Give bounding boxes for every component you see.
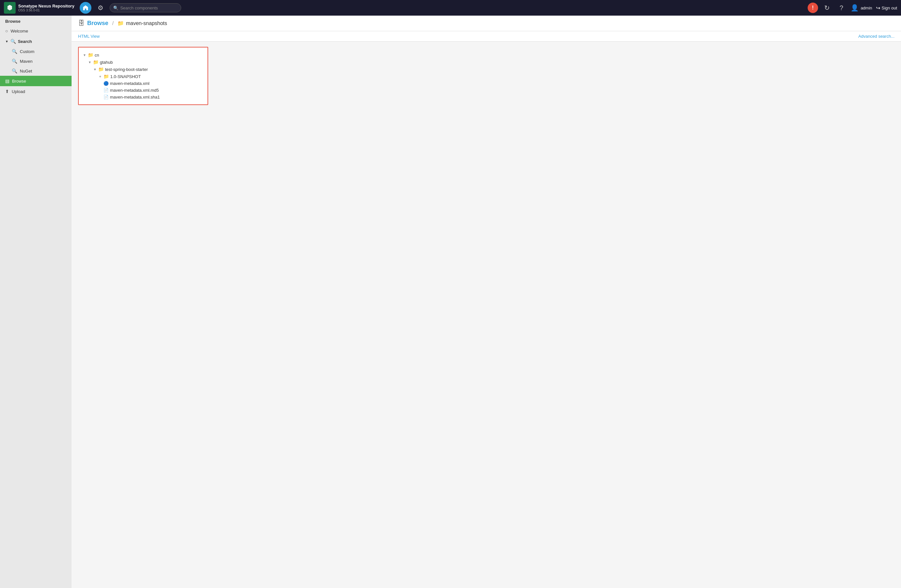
search-placeholder: Search components xyxy=(120,6,158,10)
node-label-maven-xml: maven-metadata.xml xyxy=(110,81,149,86)
node-label-maven-md5: maven-metadata.xml.md5 xyxy=(110,88,159,93)
browse-icon: ▤ xyxy=(5,78,9,84)
sidebar-item-maven[interactable]: 🔍 Maven xyxy=(0,56,72,66)
toggle-gtahub[interactable]: ▼ xyxy=(88,61,92,64)
signout-icon: ↪ xyxy=(876,5,880,11)
brand: Sonatype Nexus Repository OSS 3.56.0-01 xyxy=(4,2,75,14)
brand-version: OSS 3.56.0-01 xyxy=(18,8,75,12)
sidebar-item-browse[interactable]: ▤ Browse xyxy=(0,76,72,86)
help-icon-button[interactable]: ? xyxy=(836,3,847,13)
xml-file-icon: 🔵 xyxy=(103,81,109,86)
breadcrumb-current: 📁 maven-snapshots xyxy=(117,20,167,27)
breadcrumb-separator: / xyxy=(112,20,114,27)
maven-search-icon: 🔍 xyxy=(12,59,17,64)
home-icon-button[interactable] xyxy=(80,2,91,14)
toggle-snapshot[interactable]: + xyxy=(98,75,102,78)
nuget-search-icon: 🔍 xyxy=(12,68,17,73)
sidebar-item-custom[interactable]: 🔍 Custom xyxy=(0,47,72,56)
main-content: 🗄 Browse / 📁 maven-snapshots HTML View A… xyxy=(72,16,901,588)
user-icon: 👤 xyxy=(851,4,859,12)
brand-text: Sonatype Nexus Repository OSS 3.56.0-01 xyxy=(18,3,75,12)
sidebar-item-welcome[interactable]: ○ Welcome xyxy=(0,26,72,36)
sidebar-custom-label: Custom xyxy=(20,49,34,54)
node-label-cn: cn xyxy=(95,53,99,58)
signout-label: Sign out xyxy=(881,6,897,10)
sidebar-browse-label: Browse xyxy=(12,79,26,84)
breadcrumb-page: maven-snapshots xyxy=(126,20,167,27)
navbar: Sonatype Nexus Repository OSS 3.56.0-01 … xyxy=(0,0,901,16)
sidebar-search-label: Search xyxy=(18,39,32,44)
sidebar-maven-label: Maven xyxy=(20,59,33,64)
tree-node-test-spring[interactable]: ▼ 📁 test-spring-boot-starter xyxy=(83,66,204,73)
sidebar-item-nuget[interactable]: 🔍 NuGet xyxy=(0,66,72,76)
user-label: admin xyxy=(860,6,872,10)
page-header: 🗄 Browse / 📁 maven-snapshots xyxy=(72,16,901,31)
breadcrumb-folder-icon: 📁 xyxy=(117,20,124,27)
custom-search-icon: 🔍 xyxy=(12,49,17,54)
settings-icon-button[interactable]: ⚙ xyxy=(95,3,106,13)
toggle-test-spring[interactable]: ▼ xyxy=(93,68,97,71)
tree-node-maven-sha1[interactable]: 📄 maven-metadata.xml.sha1 xyxy=(83,94,204,100)
tree-node-cn[interactable]: ▼ 📁 cn xyxy=(83,51,204,59)
sidebar-group-search: ▼ 🔍 Search 🔍 Custom 🔍 Maven 🔍 NuGet xyxy=(0,36,72,76)
user-menu[interactable]: 👤 admin xyxy=(851,4,872,12)
node-label-maven-sha1: maven-metadata.xml.sha1 xyxy=(110,95,160,100)
sidebar-search-toggle[interactable]: ▼ 🔍 Search xyxy=(0,36,72,47)
tree-node-snapshot[interactable]: + 📁 1.0-SNAPSHOT xyxy=(83,73,204,80)
advanced-search-link[interactable]: Advanced search... xyxy=(858,34,895,39)
expand-icon: ▼ xyxy=(5,40,8,43)
node-label-snapshot: 1.0-SNAPSHOT xyxy=(110,74,141,79)
database-icon: 🗄 xyxy=(78,20,84,27)
sidebar-browse-header: Browse xyxy=(0,16,72,26)
folder-icon-snapshot: 📁 xyxy=(103,74,109,79)
html-view-button[interactable]: HTML View xyxy=(78,34,100,39)
tree-node-maven-md5[interactable]: 📄 maven-metadata.xml.md5 xyxy=(83,87,204,94)
search-group-icon: 🔍 xyxy=(10,39,16,44)
signout-button[interactable]: ↪ Sign out xyxy=(876,5,897,11)
sidebar: Browse ○ Welcome ▼ 🔍 Search 🔍 Custom 🔍 M… xyxy=(0,16,72,588)
sidebar-item-upload[interactable]: ⬆ Upload xyxy=(0,86,72,97)
alert-icon-button[interactable]: ! xyxy=(807,3,818,13)
search-bar[interactable]: 🔍 Search components xyxy=(110,3,181,12)
tree-node-maven-xml[interactable]: 🔵 maven-metadata.xml xyxy=(83,80,204,87)
sidebar-nuget-label: NuGet xyxy=(20,69,32,73)
breadcrumb-root[interactable]: Browse xyxy=(87,20,108,27)
sidebar-welcome-label: Welcome xyxy=(10,29,28,33)
node-label-gtahub: gtahub xyxy=(100,60,113,65)
layout: Browse ○ Welcome ▼ 🔍 Search 🔍 Custom 🔍 M… xyxy=(0,16,901,588)
action-bar: HTML View Advanced search... xyxy=(72,31,901,42)
toggle-cn[interactable]: ▼ xyxy=(83,53,87,57)
folder-icon-cn: 📁 xyxy=(88,52,94,58)
brand-logo[interactable] xyxy=(4,2,16,14)
refresh-icon-button[interactable]: ↻ xyxy=(822,3,832,13)
file-icon-md5: 📄 xyxy=(103,88,109,93)
node-label-test-spring: test-spring-boot-starter xyxy=(105,67,148,72)
upload-icon: ⬆ xyxy=(5,89,9,94)
tree-area: ▼ 📁 cn ▼ 📁 gtahub ▼ 📁 test-spring-boot-s… xyxy=(72,42,901,588)
sidebar-upload-label: Upload xyxy=(12,89,25,94)
folder-icon-test-spring: 📁 xyxy=(98,67,104,72)
folder-icon-gtahub: 📁 xyxy=(93,59,98,65)
welcome-icon: ○ xyxy=(5,28,8,33)
tree-node-gtahub[interactable]: ▼ 📁 gtahub xyxy=(83,59,204,66)
search-icon: 🔍 xyxy=(113,6,118,10)
brand-name: Sonatype Nexus Repository xyxy=(18,3,75,9)
file-tree: ▼ 📁 cn ▼ 📁 gtahub ▼ 📁 test-spring-boot-s… xyxy=(78,47,208,105)
file-icon-sha1: 📄 xyxy=(103,95,109,100)
